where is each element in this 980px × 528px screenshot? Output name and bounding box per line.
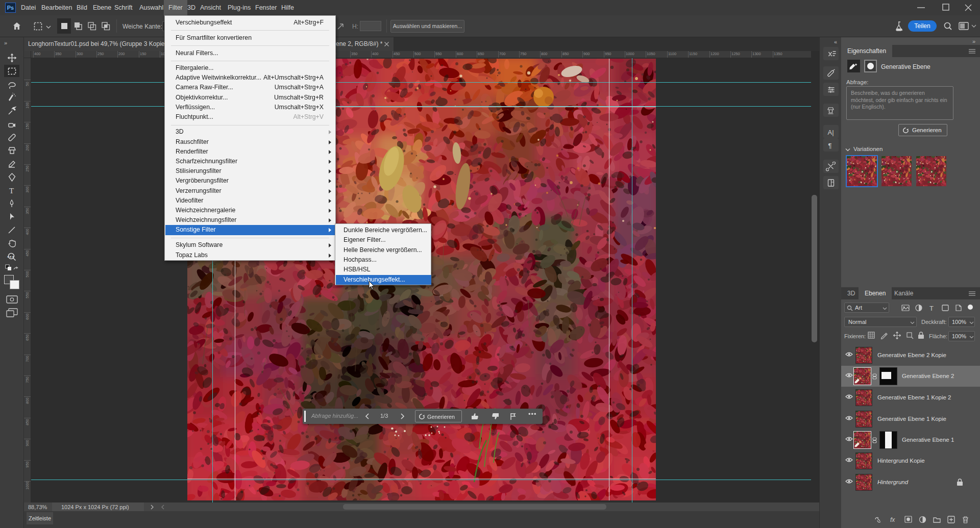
svg-text:T: T xyxy=(929,305,934,312)
svg-text:A|: A| xyxy=(828,129,834,136)
svg-text:T: T xyxy=(9,187,14,195)
svg-text:fx: fx xyxy=(890,516,895,523)
svg-text:¶: ¶ xyxy=(828,142,832,149)
